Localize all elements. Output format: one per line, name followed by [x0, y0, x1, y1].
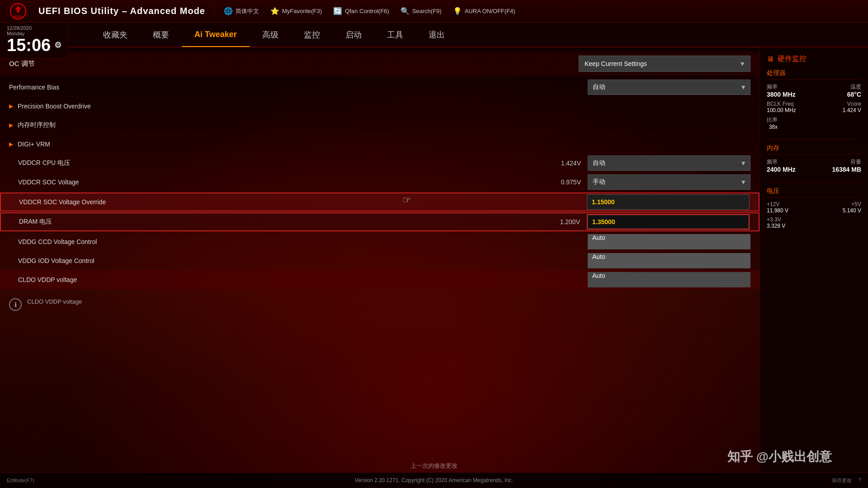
- sidebar-cpu-freq-row: 频率 3800 MHz 温度 68°C: [767, 83, 861, 98]
- setting-memory-timing[interactable]: ▶ 内存时序控制: [0, 116, 760, 135]
- sidebar-temp-label: 温度: [847, 83, 861, 91]
- header-bar: ROG UEFI BIOS Utility – Advanced Mode 🌐 …: [0, 0, 868, 23]
- performance-bias-dropdown[interactable]: 自动 ▼: [588, 80, 750, 95]
- vddcr-soc-override-input[interactable]: 1.15000: [587, 194, 750, 210]
- info-text: CLDO VDDP voltage: [27, 298, 82, 305]
- ezmode-link[interactable]: EzMode(F7): [7, 478, 34, 483]
- dram-voltage-input[interactable]: 1.35000: [587, 214, 750, 230]
- nav-item-tools[interactable]: 工具: [374, 22, 416, 47]
- nav-item-advanced[interactable]: 高级: [250, 22, 291, 47]
- setting-label: VDDCR CPU 电压: [18, 159, 549, 167]
- info-box: ℹ CLDO VDDP voltage: [0, 291, 760, 318]
- tool-myfavorite[interactable]: ⭐ MyFavorite(F3): [270, 7, 322, 15]
- save-changes-link[interactable]: 保存更改: [832, 477, 852, 484]
- sidebar-bclk-row: BCLK Freq 100.00 MHz Vcore 1.424 V: [767, 101, 861, 113]
- tool-aura[interactable]: 💡 AURA ON/OFF(F4): [453, 7, 515, 15]
- setting-dram-voltage[interactable]: DRAM 电压 1.200V 1.35000: [0, 212, 760, 231]
- sidebar-12v-label: +12V: [767, 201, 788, 207]
- vddcr-soc-dropdown[interactable]: 手动 ▼: [588, 174, 750, 190]
- setting-vddg-ccd[interactable]: VDDG CCD Voltage Control Auto: [0, 232, 760, 251]
- monitor-icon: 🖥: [767, 55, 774, 63]
- setting-vddcr-cpu[interactable]: VDDCR CPU 电压 1.424V 自动 ▼: [0, 154, 760, 173]
- cldo-vddp-button[interactable]: Auto: [588, 272, 750, 287]
- setting-value: 1.200V: [548, 218, 580, 225]
- sidebar-vcore-label: Vcore: [843, 101, 861, 107]
- setting-precision-boost[interactable]: ▶ Precision Boost Overdrive: [0, 97, 760, 116]
- sidebar-voltage-section: 电压 +12V 11.980 V +5V 5.140 V +3.3V 3.328…: [767, 187, 861, 229]
- dropdown-arrow-icon: ▼: [740, 84, 746, 91]
- search-icon: 🔍: [401, 7, 410, 15]
- main-layout: OC 调节 Keep Current Settings ▼ Performanc…: [0, 47, 868, 472]
- dropdown-arrow-icon: ▼: [740, 160, 746, 167]
- setting-value: 1.424V: [549, 160, 581, 167]
- sidebar-33v-val: 3.328 V: [767, 223, 785, 229]
- rog-logo-icon: ROG: [7, 2, 29, 20]
- expand-arrow-icon: ▶: [9, 141, 13, 147]
- sidebar-5v-label: +5V: [843, 201, 861, 207]
- setting-vddcr-soc[interactable]: VDDCR SOC Voltage 0.975V 手动 ▼: [0, 173, 760, 192]
- content-area: OC 调节 Keep Current Settings ▼ Performanc…: [0, 47, 760, 472]
- setting-label: VDDCR SOC Voltage: [18, 178, 549, 186]
- vddcr-cpu-dropdown[interactable]: 自动 ▼: [588, 155, 750, 171]
- sidebar-12v-row: +12V 11.980 V +5V 5.140 V: [767, 201, 861, 214]
- vddg-iod-button[interactable]: Auto: [588, 253, 750, 268]
- settings-list: Performance Bias 自动 ▼ ▶ Precision Boost …: [0, 75, 760, 291]
- sidebar-title: 🖥 硬件监控: [767, 54, 861, 64]
- oc-dropdown[interactable]: Keep Current Settings ▼: [579, 56, 750, 72]
- expand-arrow-icon: ▶: [9, 122, 13, 128]
- sidebar-mem-cap-val: 16384 MB: [832, 166, 861, 173]
- tool-language[interactable]: 🌐 简体中文: [224, 7, 259, 15]
- setting-label: VDDG CCD Voltage Control: [18, 238, 588, 245]
- setting-vddcr-soc-override[interactable]: VDDCR SOC Voltage Override 1.15000: [0, 192, 760, 211]
- sidebar-33v-label: +3.3V: [767, 216, 785, 223]
- setting-digi-vrm[interactable]: ▶ DIGI+ VRM: [0, 135, 760, 154]
- bios-title: UEFI BIOS Utility – Advanced Mode: [38, 6, 205, 16]
- sidebar-mem-freq-label: 频率: [767, 158, 796, 166]
- nav-item-collections[interactable]: 收藏夹: [90, 22, 140, 47]
- setting-performance-bias[interactable]: Performance Bias 自动 ▼: [0, 78, 760, 97]
- nav-item-exit[interactable]: 退出: [416, 22, 458, 47]
- star-icon: ⭐: [270, 7, 279, 15]
- sidebar-section-label: 电压: [767, 187, 861, 197]
- sidebar-12v-val: 11.980 V: [767, 207, 788, 214]
- sidebar-freq-label: 频率: [767, 83, 796, 91]
- sidebar-ratio-label: 比率: [767, 116, 778, 124]
- nav-item-boot[interactable]: 启动: [333, 22, 374, 47]
- sidebar-mem-freq-val: 2400 MHz: [767, 166, 796, 173]
- sidebar-memory-section: 内存 频率 2400 MHz 容量 16384 MB: [767, 144, 861, 173]
- sidebar-temp-val: 68°C: [847, 91, 861, 98]
- vddg-ccd-button[interactable]: Auto: [588, 234, 750, 249]
- svg-text:ROG: ROG: [14, 14, 22, 19]
- setting-cldo-vddp[interactable]: CLDO VDDP voltage Auto: [0, 270, 760, 289]
- expand-arrow-icon: ▶: [9, 103, 13, 109]
- sidebar-section-label: 处理器: [767, 69, 861, 80]
- svg-marker-3: [15, 6, 21, 12]
- nav-item-monitor[interactable]: 监控: [291, 22, 333, 47]
- bottom-bar: Version 2.20.1271. Copyright (C) 2020 Am…: [0, 472, 868, 488]
- setting-label: ▶ 内存时序控制: [9, 121, 750, 129]
- setting-vddg-iod[interactable]: VDDG IOD Voltage Control Auto: [0, 251, 760, 270]
- setting-label: CLDO VDDP voltage: [18, 276, 588, 283]
- tool-search[interactable]: 🔍 Search(F9): [401, 7, 442, 15]
- sidebar-mem-row: 频率 2400 MHz 容量 16384 MB: [767, 158, 861, 173]
- sidebar-mem-cap-label: 容量: [832, 158, 861, 166]
- header-divider: [214, 5, 215, 18]
- nav-item-overview[interactable]: 概要: [140, 22, 182, 47]
- settings-gear-icon[interactable]: ⚙: [54, 41, 61, 50]
- sidebar-bclk-val: 100.00 MHz: [767, 107, 796, 113]
- setting-label: VDDCR SOC Voltage Override: [19, 198, 587, 206]
- help-link[interactable]: ?: [859, 477, 861, 484]
- date-display: 12/28/2020 Monday: [7, 25, 61, 36]
- nav-item-ai-tweaker[interactable]: Ai Tweaker: [182, 22, 250, 47]
- sidebar-divider-2: [767, 182, 861, 183]
- bottom-right-controls: 保存更改 ?: [832, 477, 861, 484]
- oc-title: OC 调节: [9, 60, 35, 68]
- bottom-left-controls: EzMode(F7): [7, 478, 34, 483]
- sidebar-vcore-val: 1.424 V: [843, 107, 861, 113]
- globe-icon: 🌐: [224, 7, 233, 15]
- time-display: 15:06 ⚙: [7, 36, 61, 55]
- tool-qfan[interactable]: 🔄 Qfan Control(F6): [333, 7, 389, 15]
- oc-section-header: OC 调节 Keep Current Settings ▼: [0, 52, 760, 75]
- sidebar-33v-row: +3.3V 3.328 V: [767, 216, 861, 229]
- setting-label: ▶ DIGI+ VRM: [9, 141, 750, 148]
